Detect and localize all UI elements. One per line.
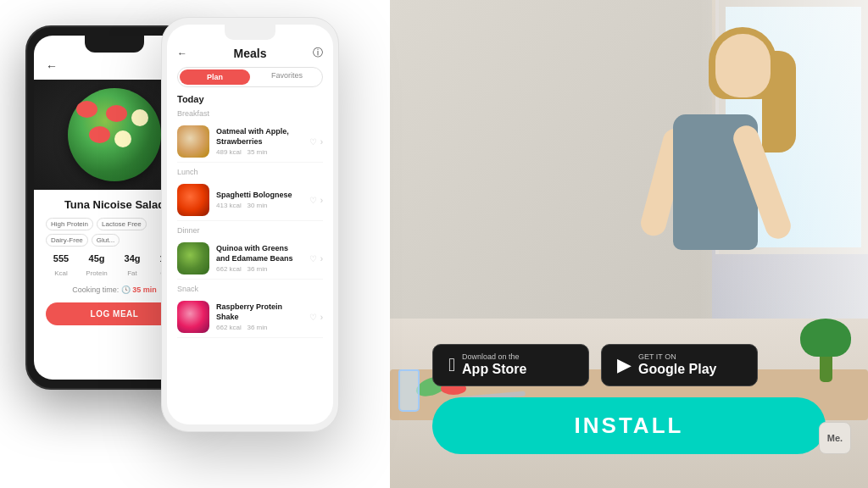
meal-actions-quinoa: ♡ ›	[309, 254, 323, 263]
today-label: Today	[177, 94, 323, 104]
meal-name-spaghetti: Spaghetti Bolognese	[216, 191, 303, 201]
nutrient-protein: 45g Protein	[81, 253, 112, 279]
google-play-sub-label: GET IT ON	[638, 353, 716, 361]
section-dinner: Dinner	[177, 226, 323, 235]
meal-info-shake: Raspberry Protein Shake 662 kcal 36 min	[216, 302, 303, 330]
fat-value: 34g	[117, 253, 147, 263]
app-store-button[interactable]:  Download on the App Store	[432, 344, 589, 386]
phone-front: ← Meals ⓘ Plan Favorites Today Breakfast…	[161, 17, 339, 432]
favorite-quinoa-icon[interactable]: ♡	[309, 254, 317, 263]
meals-back-icon[interactable]: ←	[177, 47, 187, 59]
app-store-text: Download on the App Store	[462, 353, 526, 377]
broccoli-head	[800, 319, 851, 357]
meal-item-oatmeal[interactable]: Oatmeal with Apple, Strawberries 489 kca…	[177, 121, 323, 163]
meal-actions-oatmeal: ♡ ›	[309, 137, 323, 147]
meal-actions-shake: ♡ ›	[309, 313, 323, 322]
google-play-icon: ▶	[617, 354, 632, 376]
fat-label: Fat	[127, 269, 137, 277]
tag-dairy-free: Dairy-Free	[46, 234, 88, 247]
kcal-label: Kcal	[54, 269, 68, 277]
meal-thumb-shake	[177, 301, 209, 333]
protein-value: 45g	[81, 253, 112, 263]
section-lunch: Lunch	[177, 168, 323, 176]
chevron-spaghetti-icon[interactable]: ›	[320, 196, 323, 205]
broccoli-stem	[820, 357, 832, 382]
meals-tabs: Plan Favorites	[177, 67, 323, 87]
meals-info-icon[interactable]: ⓘ	[313, 46, 323, 60]
store-buttons-container:  Download on the App Store ▶ GET IT ON …	[432, 344, 758, 386]
me-logo: Me.	[819, 422, 851, 454]
tab-plan[interactable]: Plan	[180, 69, 250, 85]
install-button[interactable]: INSTALL	[432, 397, 826, 454]
cooking-time-value: 35 min	[132, 286, 157, 294]
favorite-shake-icon[interactable]: ♡	[309, 313, 317, 322]
google-play-main-label: Google Play	[638, 361, 716, 377]
tab-favorites[interactable]: Favorites	[252, 68, 322, 86]
meal-actions-spaghetti: ♡ ›	[309, 196, 323, 205]
meal-info-quinoa: Quinoa with Greens and Edamame Beans 662…	[216, 244, 303, 272]
meal-info-spaghetti: Spaghetti Bolognese 413 kcal 30 min	[216, 191, 303, 209]
face	[715, 34, 771, 97]
favorite-oatmeal-icon[interactable]: ♡	[309, 137, 317, 147]
phones-container: ← ♡ Tuna Nicoise Salad High Protein Lact…	[17, 17, 424, 466]
meal-meta-quinoa: 662 kcal 36 min	[216, 265, 303, 273]
meal-thumb-quinoa	[177, 242, 209, 274]
app-store-sub-label: Download on the	[462, 353, 526, 361]
app-store-main-label: App Store	[462, 361, 526, 377]
tag-glut: Glut...	[92, 234, 120, 247]
favorite-spaghetti-icon[interactable]: ♡	[309, 196, 317, 205]
meal-item-shake[interactable]: Raspberry Protein Shake 662 kcal 36 min …	[177, 297, 323, 338]
meal-meta-shake: 662 kcal 36 min	[216, 324, 303, 331]
nutrient-kcal: 555 Kcal	[46, 253, 76, 279]
nutrient-fat: 34g Fat	[117, 253, 147, 279]
meal-item-quinoa[interactable]: Quinoa with Greens and Edamame Beans 662…	[177, 238, 323, 280]
meals-content: Today Breakfast Oatmeal with Apple, Stra…	[167, 94, 333, 338]
phone-front-screen: ← Meals ⓘ Plan Favorites Today Breakfast…	[167, 25, 333, 424]
salad-bowl-image	[68, 88, 161, 181]
woman-head	[715, 34, 779, 110]
meal-name-shake: Raspberry Protein Shake	[216, 302, 303, 322]
meal-info-oatmeal: Oatmeal with Apple, Strawberries 489 kca…	[216, 127, 303, 155]
tag-lactose-free: Lactose Free	[97, 218, 147, 230]
phone-notch	[85, 36, 144, 53]
chevron-quinoa-icon[interactable]: ›	[320, 254, 323, 263]
meal-item-spaghetti[interactable]: Spaghetti Bolognese 413 kcal 30 min ♡ ›	[177, 180, 323, 221]
meal-name-oatmeal: Oatmeal with Apple, Strawberries	[216, 127, 303, 147]
meal-name-quinoa: Quinoa with Greens and Edamame Beans	[216, 244, 303, 263]
protein-label: Protein	[86, 269, 107, 277]
google-play-button[interactable]: ▶ GET IT ON Google Play	[601, 344, 758, 386]
chevron-shake-icon[interactable]: ›	[320, 313, 323, 322]
section-snack: Snack	[177, 285, 323, 293]
phone-front-notch	[225, 25, 275, 40]
broccoli	[800, 319, 851, 378]
section-breakfast: Breakfast	[177, 109, 323, 118]
meal-meta-oatmeal: 489 kcal 35 min	[216, 148, 303, 156]
chevron-oatmeal-icon[interactable]: ›	[320, 137, 323, 147]
kcal-value: 555	[46, 253, 76, 263]
tag-high-protein: High Protein	[46, 218, 93, 230]
meal-thumb-oatmeal	[177, 125, 209, 158]
right-background:  Download on the App Store ▶ GET IT ON …	[390, 0, 868, 488]
meal-thumb-spaghetti	[177, 184, 209, 216]
apple-icon: 	[448, 354, 455, 376]
google-play-text: GET IT ON Google Play	[638, 353, 716, 377]
meals-screen-title: Meals	[187, 47, 313, 60]
meal-meta-spaghetti: 413 kcal 30 min	[216, 202, 303, 209]
back-arrow-icon[interactable]: ←	[46, 59, 58, 73]
